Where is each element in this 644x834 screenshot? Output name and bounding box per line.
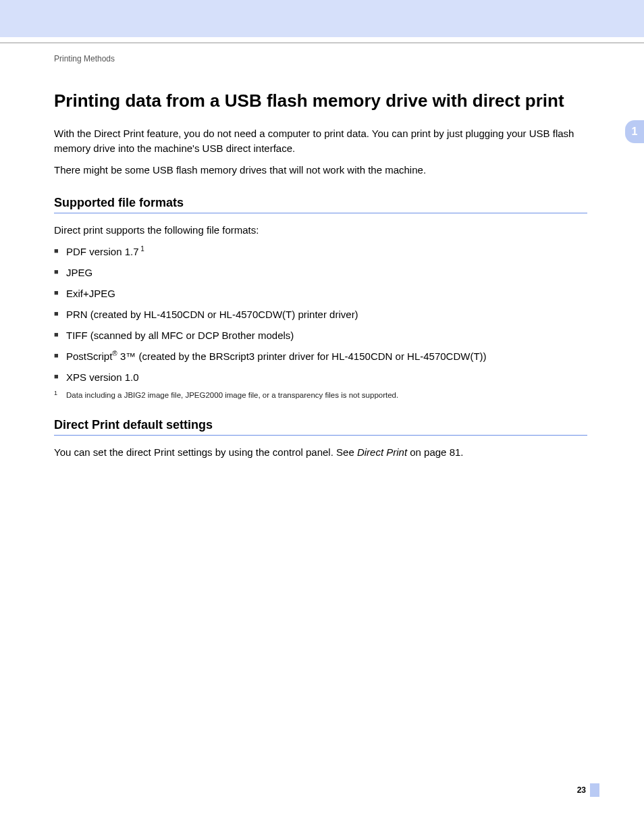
top-color-band [0, 0, 644, 37]
format-exif-jpeg: Exif+JPEG [66, 288, 115, 299]
format-jpeg: JPEG [66, 267, 92, 278]
section2-paragraph: You can set the direct Print settings by… [54, 445, 587, 460]
format-pdf: PDF version 1.7 [66, 246, 139, 257]
section-heading-default-settings: Direct Print default settings [54, 418, 587, 436]
format-tiff: TIFF (scanned by all MFC or DCP Brother … [66, 330, 294, 341]
cross-reference-link[interactable]: Direct Print [357, 446, 407, 458]
section-heading-supported-formats: Supported file formats [54, 196, 587, 213]
page-title: Printing data from a USB flash memory dr… [54, 90, 587, 111]
format-prn: PRN (created by HL-4150CDN or HL-4570CDW… [66, 309, 358, 320]
page-number: 23 [577, 785, 586, 795]
list-item: PostScript® 3™ (created by the BRScript3… [54, 349, 587, 363]
chapter-tab: 1 [625, 120, 644, 143]
supported-formats-list: PDF version 1.7 1 JPEG Exif+JPEG PRN (cr… [54, 244, 587, 384]
page-number-bar [590, 783, 599, 797]
top-rule [0, 43, 644, 43]
footnote-ref: 1 [139, 245, 144, 253]
footnote-text: Data including a JBIG2 image file, JPEG2… [66, 391, 398, 399]
section1-lead: Direct print supports the following file… [54, 223, 587, 238]
list-item: Exif+JPEG [54, 286, 587, 301]
format-postscript-a: PostScript [66, 350, 112, 362]
intro-paragraph-1: With the Direct Print feature, you do no… [54, 126, 587, 156]
list-item: JPEG [54, 265, 587, 280]
running-header: Printing Methods [54, 54, 587, 63]
list-item: PRN (created by HL-4150CDN or HL-4570CDW… [54, 307, 587, 321]
list-item: XPS version 1.0 [54, 370, 587, 384]
list-item: TIFF (scanned by all MFC or DCP Brother … [54, 328, 587, 342]
chapter-number: 1 [632, 126, 638, 138]
section2-text-a: You can set the direct Print settings by… [54, 446, 357, 458]
format-xps: XPS version 1.0 [66, 371, 139, 383]
registered-mark: ® [112, 350, 117, 357]
footnote: 1 Data including a JBIG2 image file, JPE… [54, 391, 587, 399]
format-postscript-b: 3™ (created by the BRScript3 printer dri… [117, 350, 487, 362]
page-content: Printing Methods Printing data from a US… [54, 54, 587, 467]
list-item: PDF version 1.7 1 [54, 244, 587, 259]
page-number-container: 23 [577, 783, 599, 797]
footnote-number: 1 [54, 390, 57, 396]
intro-paragraph-2: There might be some USB flash memory dri… [54, 163, 587, 178]
section2-text-b: on page 81. [407, 446, 463, 458]
